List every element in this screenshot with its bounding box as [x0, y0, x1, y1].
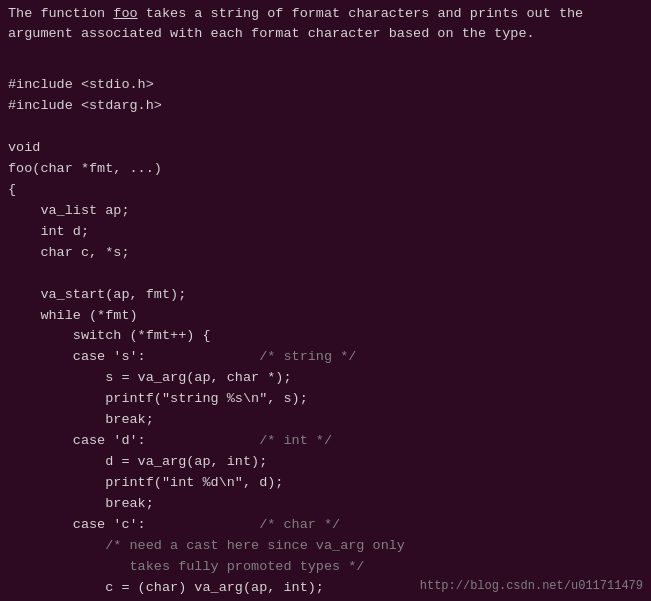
code-line-foo-sig: foo(char *fmt, ...)	[8, 161, 162, 176]
desc-line1-part1: The function	[8, 6, 113, 21]
code-line-break-s: break;	[8, 412, 154, 427]
code-line-va-start: va_start(ap, fmt);	[8, 287, 186, 302]
code-line-case-c: case 'c': /* char */	[8, 517, 340, 532]
desc-line1-part2: takes a string of format characters and …	[138, 6, 584, 21]
watermark: http://blog.csdn.net/u011711479	[420, 579, 643, 593]
code-line-d-va-arg: d = va_arg(ap, int);	[8, 454, 267, 469]
code-line-while: while (*fmt)	[8, 308, 138, 323]
code-line-comment-cast1: /* need a cast here since va_arg only	[8, 538, 405, 553]
code-line-c-va-arg: c = (char) va_arg(ap, int);	[8, 580, 324, 595]
code-line-va-list: va_list ap;	[8, 203, 130, 218]
code-line-char-c: char c, *s;	[8, 245, 130, 260]
foo-function-name: foo	[113, 6, 137, 21]
code-line-case-d: case 'd': /* int */	[8, 433, 332, 448]
code-line-include1: #include <stdio.h>	[8, 77, 154, 92]
code-line-switch: switch (*fmt++) {	[8, 328, 211, 343]
code-line-int-d: int d;	[8, 224, 89, 239]
main-container: The function foo takes a string of forma…	[0, 0, 651, 601]
code-block: #include <stdio.h> #include <stdarg.h> v…	[8, 55, 643, 602]
code-line-case-s: case 's': /* string */	[8, 349, 356, 364]
code-line-printf-s: printf("string %s\n", s);	[8, 391, 308, 406]
code-line-printf-d: printf("int %d\n", d);	[8, 475, 283, 490]
code-line-s-va-arg: s = va_arg(ap, char *);	[8, 370, 292, 385]
code-line-void: void	[8, 140, 40, 155]
code-line-break-d: break;	[8, 496, 154, 511]
code-line-include2: #include <stdarg.h>	[8, 98, 162, 113]
code-line-brace-open: {	[8, 182, 16, 197]
desc-line2: argument associated with each format cha…	[8, 26, 535, 41]
description-text: The function foo takes a string of forma…	[8, 4, 643, 45]
code-line-comment-cast2: takes fully promoted types */	[8, 559, 364, 574]
